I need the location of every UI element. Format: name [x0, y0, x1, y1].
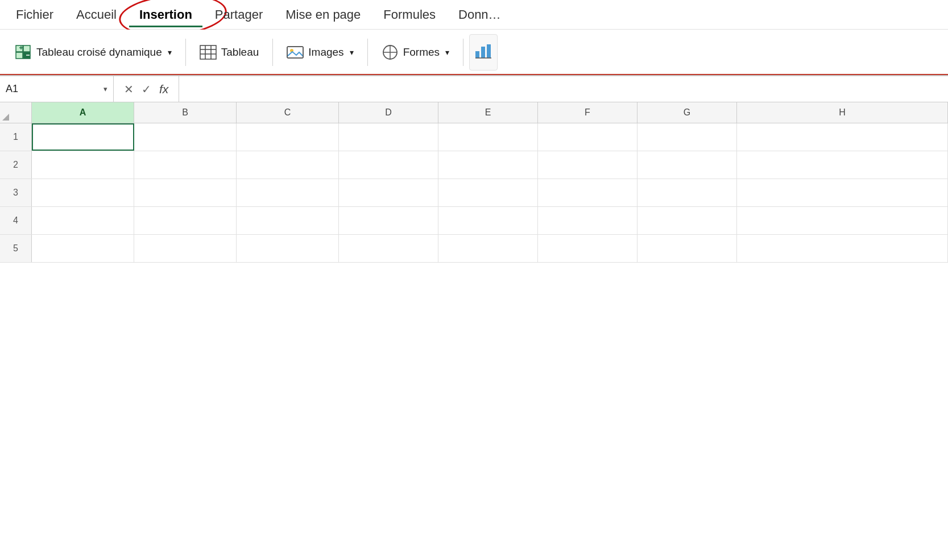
cell-h4[interactable]	[737, 207, 948, 234]
col-header-g[interactable]: G	[637, 102, 737, 123]
svg-rect-0	[16, 45, 23, 52]
menu-accueil[interactable]: Accueil	[66, 3, 127, 27]
table-row: 5	[0, 235, 948, 263]
menu-donnees[interactable]: Donn…	[448, 3, 511, 27]
cell-a4[interactable]	[32, 207, 134, 234]
cell-c2[interactable]	[237, 151, 339, 179]
cell-e5[interactable]	[438, 235, 538, 262]
cell-h2[interactable]	[737, 151, 948, 179]
row-header-2[interactable]: 2	[0, 151, 32, 179]
cell-b1[interactable]	[134, 123, 237, 151]
col-header-d[interactable]: D	[339, 102, 438, 123]
graphique-icon	[474, 42, 492, 63]
tableau-croise-label: Tableau croisé dynamique	[36, 46, 162, 59]
cell-d5[interactable]	[339, 235, 438, 262]
cell-b5[interactable]	[134, 235, 237, 262]
formula-controls: ✕ ✓ fx	[114, 76, 179, 102]
tableau-icon	[200, 45, 217, 60]
confirm-formula-btn[interactable]: ✓	[142, 82, 151, 96]
menu-partager[interactable]: Partager	[205, 3, 273, 27]
menu-formules[interactable]: Formules	[373, 3, 446, 27]
menu-insertion[interactable]: Insertion	[129, 3, 202, 27]
cell-a1[interactable]	[32, 123, 134, 151]
cell-g4[interactable]	[637, 207, 737, 234]
cell-d3[interactable]	[339, 179, 438, 206]
cell-c3[interactable]	[237, 179, 339, 206]
tableau-croise-chevron: ▾	[168, 48, 172, 57]
col-header-h[interactable]: H	[737, 102, 948, 123]
cell-c1[interactable]	[237, 123, 339, 151]
cell-c5[interactable]	[237, 235, 339, 262]
svg-rect-1	[23, 45, 30, 52]
cell-b4[interactable]	[134, 207, 237, 234]
table-row: 2	[0, 151, 948, 179]
grid-rows: 1 2 3	[0, 123, 948, 263]
col-header-b[interactable]: B	[134, 102, 237, 123]
cell-h5[interactable]	[737, 235, 948, 262]
tableau-btn[interactable]: Tableau	[192, 34, 267, 70]
ribbon-separator-2	[272, 39, 273, 66]
formula-bar: A1 ▾ ✕ ✓ fx	[0, 76, 948, 102]
cell-g1[interactable]	[637, 123, 737, 151]
svg-rect-2	[16, 52, 23, 59]
graphique-btn[interactable]	[469, 34, 498, 70]
cell-b3[interactable]	[134, 179, 237, 206]
tableau-label: Tableau	[221, 46, 259, 59]
cell-e3[interactable]	[438, 179, 538, 206]
row-header-3[interactable]: 3	[0, 179, 32, 206]
cell-h3[interactable]	[737, 179, 948, 206]
fx-btn[interactable]: fx	[159, 82, 168, 96]
tableau-croise-btn[interactable]: Tableau croisé dynamique ▾	[7, 34, 180, 70]
ribbon-separator-3	[367, 39, 368, 66]
cell-f5[interactable]	[538, 235, 637, 262]
cell-a3[interactable]	[32, 179, 134, 206]
menu-bar: Fichier Accueil Insertion Partager Mise …	[0, 0, 948, 30]
spreadsheet-grid: A B C D E F G H 1 2	[0, 102, 948, 263]
cell-h1[interactable]	[737, 123, 948, 151]
cell-d2[interactable]	[339, 151, 438, 179]
formes-btn[interactable]: Formes ▾	[374, 34, 457, 70]
formes-chevron: ▾	[445, 48, 449, 57]
svg-rect-17	[487, 44, 491, 58]
menu-misepage[interactable]: Mise en page	[275, 3, 371, 27]
images-btn[interactable]: Images ▾	[279, 34, 361, 70]
col-header-e[interactable]: E	[438, 102, 538, 123]
cell-b2[interactable]	[134, 151, 237, 179]
row-header-5[interactable]: 5	[0, 235, 32, 262]
cell-f4[interactable]	[538, 207, 637, 234]
cell-g3[interactable]	[637, 179, 737, 206]
cell-f3[interactable]	[538, 179, 637, 206]
ribbon-separator-1	[185, 39, 186, 66]
name-box[interactable]: A1 ▾	[0, 76, 114, 102]
col-header-a[interactable]: A	[32, 102, 134, 123]
col-header-f[interactable]: F	[538, 102, 637, 123]
cell-f2[interactable]	[538, 151, 637, 179]
cell-d1[interactable]	[339, 123, 438, 151]
cell-g2[interactable]	[637, 151, 737, 179]
cell-a2[interactable]	[32, 151, 134, 179]
images-icon	[287, 45, 304, 60]
cell-d4[interactable]	[339, 207, 438, 234]
cancel-formula-btn[interactable]: ✕	[124, 82, 134, 96]
column-headers: A B C D E F G H	[0, 102, 948, 123]
table-row: 4	[0, 207, 948, 235]
table-row: 3	[0, 179, 948, 207]
formula-input[interactable]	[179, 76, 948, 102]
cell-c4[interactable]	[237, 207, 339, 234]
select-all-triangle	[2, 114, 9, 121]
images-label: Images	[308, 46, 343, 59]
name-box-value: A1	[6, 83, 18, 95]
cell-g5[interactable]	[637, 235, 737, 262]
cell-f1[interactable]	[538, 123, 637, 151]
row-header-1[interactable]: 1	[0, 123, 32, 151]
col-header-c[interactable]: C	[237, 102, 339, 123]
cell-e4[interactable]	[438, 207, 538, 234]
cell-e2[interactable]	[438, 151, 538, 179]
svg-rect-9	[287, 47, 303, 58]
corner-cell[interactable]	[0, 102, 32, 123]
menu-fichier[interactable]: Fichier	[6, 3, 64, 27]
cell-e1[interactable]	[438, 123, 538, 151]
cell-a5[interactable]	[32, 235, 134, 262]
svg-rect-4	[200, 45, 216, 59]
row-header-4[interactable]: 4	[0, 207, 32, 234]
